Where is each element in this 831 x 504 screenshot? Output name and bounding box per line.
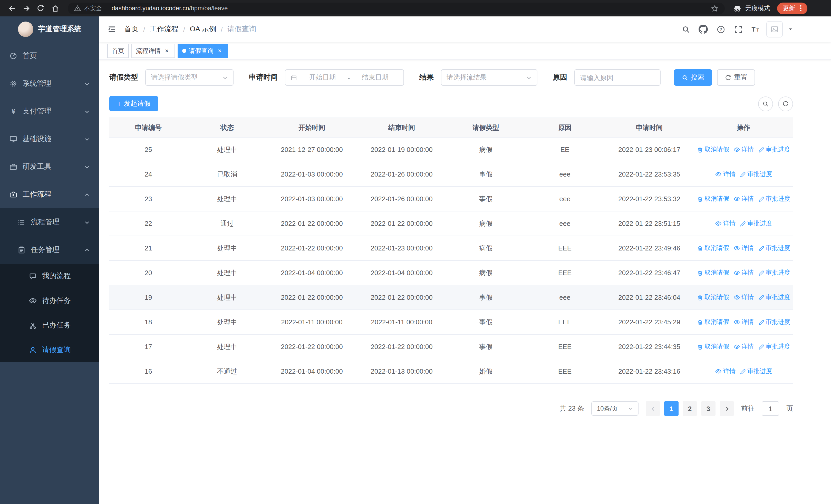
sidebar-item-payment[interactable]: ¥ 支付管理 [0, 97, 99, 125]
cell-status: 处理中 [188, 285, 267, 310]
browser-back-icon[interactable] [5, 2, 19, 15]
address-bar[interactable]: 不安全 dashboard.yudao.iocoder.cn/bpm/oa/le… [68, 2, 725, 14]
browser-update-button[interactable]: 更新 [777, 2, 807, 14]
next-page-button[interactable] [720, 402, 734, 416]
action-cancel-link[interactable]: 取消请假 [697, 318, 729, 326]
goto-page-input[interactable] [762, 402, 779, 416]
page-button-1[interactable]: 1 [664, 402, 679, 416]
sidebar-item-process-management[interactable]: 流程管理 [0, 208, 99, 236]
refresh-table-icon[interactable] [778, 96, 793, 111]
sidebar-item-my-processes[interactable]: 我的流程 [0, 264, 99, 289]
sidebar-item-infrastructure[interactable]: 基础设施 [0, 125, 99, 153]
browser-home-icon[interactable] [48, 2, 62, 15]
action-progress-link[interactable]: 审批进度 [758, 318, 790, 326]
font-size-icon[interactable]: TT [749, 23, 762, 36]
toggle-search-icon[interactable] [758, 96, 773, 111]
kebab-menu-icon[interactable] [797, 4, 805, 12]
sidebar-item-task-management[interactable]: 任务管理 [0, 236, 99, 264]
sidebar-toggle-icon[interactable] [107, 25, 116, 34]
action-cancel-link[interactable]: 取消请假 [697, 244, 729, 253]
svg-text:T: T [756, 28, 759, 33]
sidebar-item-workflow[interactable]: 工作流程 [0, 181, 99, 208]
action-progress-link[interactable]: 审批进度 [740, 219, 772, 228]
edit-icon [758, 319, 764, 325]
action-progress-link[interactable]: 审批进度 [758, 342, 790, 351]
app-logo[interactable]: 芋道管理系统 [0, 17, 99, 42]
action-cancel-link[interactable]: 取消请假 [697, 268, 729, 277]
action-progress-link[interactable]: 审批进度 [758, 293, 790, 302]
table-row[interactable]: 19处理中2022-01-22 00:00:002022-01-22 00:00… [109, 285, 793, 310]
reason-input[interactable] [574, 69, 661, 86]
browser-forward-icon[interactable] [20, 2, 33, 15]
create-leave-button[interactable]: + 发起请假 [109, 96, 158, 111]
bookmark-star-icon[interactable] [711, 4, 719, 12]
security-chip[interactable]: 不安全 [74, 4, 102, 12]
leave-type-select[interactable]: 请选择请假类型 [145, 69, 233, 86]
table-row[interactable]: 21处理中2022-01-22 00:00:002022-01-23 00:00… [109, 236, 793, 261]
caret-down-icon[interactable] [788, 27, 793, 32]
table-row[interactable]: 25处理中2021-12-27 00:00:002022-01-19 00:00… [109, 137, 793, 162]
action-progress-link[interactable]: 审批进度 [758, 244, 790, 253]
table-row[interactable]: 23处理中2022-01-03 00:00:002022-01-26 00:00… [109, 186, 793, 211]
action-detail-link[interactable]: 详情 [733, 194, 754, 203]
sidebar-item-todo-tasks[interactable]: 待办任务 [0, 289, 99, 313]
page-button-2[interactable]: 2 [683, 402, 697, 416]
action-detail-link[interactable]: 详情 [733, 318, 754, 326]
action-cancel-link[interactable]: 取消请假 [697, 145, 729, 154]
action-progress-link[interactable]: 审批进度 [758, 268, 790, 277]
table-row[interactable]: 17处理中2022-01-22 00:00:002022-01-22 00:00… [109, 334, 793, 359]
result-select[interactable]: 请选择流结果 [441, 69, 537, 86]
avatar[interactable] [766, 21, 783, 37]
action-cancel-link[interactable]: 取消请假 [697, 195, 729, 203]
action-detail-link[interactable]: 详情 [733, 342, 754, 351]
action-cancel-link[interactable]: 取消请假 [697, 293, 729, 302]
reset-button[interactable]: 重置 [717, 69, 755, 86]
close-icon[interactable]: × [216, 47, 223, 54]
sidebar-item-dev-tools[interactable]: 研发工具 [0, 153, 99, 181]
action-detail-link[interactable]: 详情 [733, 268, 754, 277]
column-header: 结束时间 [357, 118, 447, 137]
page-size-select[interactable]: 10条/页 [591, 402, 638, 416]
apply-time-range-picker[interactable]: 开始日期 - 结束日期 [285, 69, 404, 86]
browser-reload-icon[interactable] [34, 2, 47, 15]
github-icon[interactable] [696, 23, 710, 36]
action-detail-link[interactable]: 详情 [733, 145, 754, 154]
sidebar-item-home[interactable]: 首页 [0, 42, 99, 70]
action-detail-link[interactable]: 详情 [733, 243, 754, 252]
table-row[interactable]: 24已取消2022-01-03 00:00:002022-01-26 00:00… [109, 162, 793, 186]
sidebar-item-leave-query[interactable]: 请假查询 [0, 338, 99, 362]
action-detail-link[interactable]: 详情 [715, 219, 736, 228]
action-progress-link[interactable]: 审批进度 [740, 367, 772, 376]
tab-home[interactable]: 首页 [107, 43, 129, 58]
action-cancel-link[interactable]: 取消请假 [697, 342, 729, 351]
browser-chrome: 不安全 dashboard.yudao.iocoder.cn/bpm/oa/le… [0, 0, 831, 17]
action-progress-link[interactable]: 审批进度 [740, 170, 772, 179]
end-date-placeholder: 结束日期 [352, 73, 398, 82]
sidebar-item-system[interactable]: 系统管理 [0, 70, 99, 97]
prev-page-button[interactable] [646, 402, 660, 416]
action-detail-link[interactable]: 详情 [733, 293, 754, 301]
action-detail-link[interactable]: 详情 [715, 367, 736, 376]
view-icon [733, 319, 740, 325]
search-button[interactable]: 搜索 [674, 69, 712, 86]
tab-leave-query[interactable]: 请假查询 × [178, 43, 228, 58]
breadcrumb-item[interactable]: 工作流程 [150, 25, 179, 34]
column-header: 申请编号 [109, 118, 188, 137]
action-progress-link[interactable]: 审批进度 [758, 195, 790, 203]
fullscreen-icon[interactable] [732, 23, 745, 36]
help-icon[interactable]: ? [714, 23, 727, 36]
search-icon[interactable] [679, 23, 692, 36]
table-row[interactable]: 22通过2022-01-22 00:00:002022-01-22 00:00:… [109, 211, 793, 236]
tab-process-detail[interactable]: 流程详情 × [132, 43, 175, 58]
action-detail-link[interactable]: 详情 [715, 170, 736, 178]
close-icon[interactable]: × [163, 47, 170, 54]
table-row[interactable]: 20处理中2022-01-04 00:00:002022-01-04 00:00… [109, 261, 793, 285]
breadcrumb-item[interactable]: OA 示例 [190, 25, 216, 34]
page-button-3[interactable]: 3 [701, 402, 716, 416]
table-row[interactable]: 18处理中2022-01-11 00:00:002022-01-11 00:00… [109, 310, 793, 334]
sidebar-item-done-tasks[interactable]: 已办任务 [0, 313, 99, 338]
action-progress-link[interactable]: 审批进度 [758, 145, 790, 154]
cell-leave-type: 事假 [447, 186, 525, 211]
breadcrumb-item[interactable]: 首页 [124, 25, 139, 34]
table-row[interactable]: 16不通过2022-01-04 00:00:002022-01-13 00:00… [109, 359, 793, 384]
